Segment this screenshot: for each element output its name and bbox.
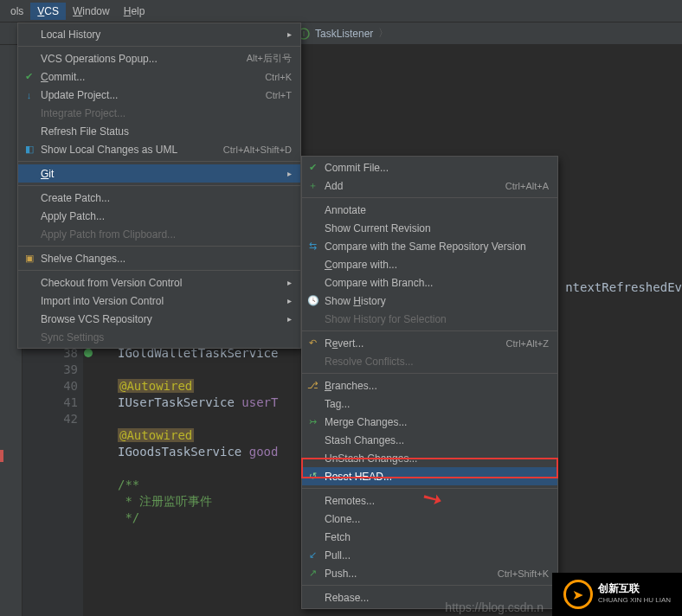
separator	[18, 185, 300, 186]
separator	[302, 373, 557, 374]
uml-icon: ◧	[23, 143, 35, 156]
menu-stash[interactable]: Stash Changes...	[302, 431, 557, 449]
menu-unstash[interactable]: UnStash Changes...	[302, 449, 557, 467]
watermark: https://blog.csdn.n	[445, 600, 544, 614]
error-marker	[0, 450, 3, 462]
separator	[302, 197, 557, 198]
menu-help[interactable]: Help	[117, 3, 152, 20]
comment: */	[118, 510, 139, 524]
line-number: 41	[23, 395, 78, 411]
shelve-icon: ▣	[23, 252, 35, 265]
menu-merge[interactable]: ↣Merge Changes...	[302, 413, 557, 431]
menu-create-patch[interactable]: Create Patch...	[18, 189, 300, 207]
git-submenu: ✔Commit File... ＋AddCtrl+Alt+A Annotate …	[301, 156, 558, 609]
merge-icon: ↣	[306, 415, 319, 428]
code-fragment: ntextRefreshedEv	[565, 280, 682, 294]
svg-point-6	[84, 349, 93, 357]
menu-compare-branch[interactable]: Compare with Branch...	[302, 273, 557, 292]
menu-import-vcs[interactable]: Import into Version Control▸	[18, 292, 300, 310]
branch-icon: ⎇	[306, 379, 319, 392]
comment: * 注册监听事件	[118, 494, 212, 508]
logo-circle-icon: ➤	[563, 580, 593, 609]
menu-commit[interactable]: ✔Commit...Ctrl+K	[18, 67, 300, 86]
compare-icon: ⇆	[306, 240, 319, 253]
commit-icon: ✔	[23, 70, 35, 83]
update-icon: ↓	[23, 88, 35, 101]
menu-annotate[interactable]: Annotate	[302, 201, 557, 219]
push-icon: ↗	[306, 567, 319, 580]
code-text: IGoodsTaskService good	[118, 445, 278, 459]
separator	[18, 270, 300, 271]
menu-window[interactable]: Window	[66, 3, 117, 20]
menu-vcs-ops-popup[interactable]: VCS Operations Popup...Alt+后引号	[18, 49, 300, 67]
svg-text:I: I	[303, 29, 306, 38]
separator	[18, 46, 300, 47]
commit-icon: ✔	[306, 161, 319, 174]
menu-apply-patch-clipboard: Apply Patch from Clipboard...	[18, 225, 300, 243]
menu-pull[interactable]: ↙Pull...	[302, 546, 557, 564]
menu-vcs[interactable]: VCS	[30, 3, 66, 20]
menu-revert[interactable]: ↶Revert...Ctrl+Alt+Z	[302, 334, 557, 352]
chevron-icon: 〉	[378, 26, 389, 41]
menu-bar: ols VCS Window Help	[0, 0, 682, 22]
menu-tag[interactable]: Tag...	[302, 395, 557, 413]
menu-refresh-status[interactable]: Refresh File Status	[18, 122, 300, 140]
menu-show-history[interactable]: 🕓Show History	[302, 292, 557, 310]
menu-show-history-selection: Show History for Selection	[302, 310, 557, 328]
menu-show-uml[interactable]: ◧Show Local Changes as UMLCtrl+Alt+Shift…	[18, 140, 300, 158]
menu-remotes[interactable]: Remotes...	[302, 491, 557, 510]
reset-icon: ↺	[306, 470, 319, 483]
menu-checkout-vcs[interactable]: Checkout from Version Control▸	[18, 273, 300, 292]
line-number: 42	[23, 411, 78, 427]
separator	[302, 330, 557, 331]
menu-commit-file[interactable]: ✔Commit File...	[302, 158, 557, 176]
separator	[18, 246, 300, 247]
separator	[302, 585, 557, 586]
brand-logo: ➤ 创新互联 CHUANG XIN HU LIAN	[552, 573, 682, 616]
line-number: 39	[23, 362, 78, 378]
menu-tools[interactable]: ols	[3, 3, 30, 20]
menu-compare-same-repo[interactable]: ⇆Compare with the Same Repository Versio…	[302, 237, 557, 255]
code-text: IUserTaskService userT	[118, 395, 278, 409]
menu-browse-vcs[interactable]: Browse VCS Repository▸	[18, 310, 300, 328]
vcs-dropdown: Local History▸ VCS Operations Popup...Al…	[17, 22, 301, 349]
vcs-change-icon	[83, 348, 93, 358]
menu-sync-settings: Sync Settings	[18, 328, 300, 346]
menu-clone[interactable]: Clone...	[302, 510, 557, 528]
add-icon: ＋	[306, 179, 319, 192]
annotation: @Autowired	[118, 379, 194, 393]
revert-icon: ↶	[306, 337, 319, 350]
menu-fetch[interactable]: Fetch	[302, 528, 557, 546]
comment: /**	[118, 478, 139, 491]
separator	[18, 161, 300, 162]
annotation: @Autowired	[118, 428, 194, 442]
menu-show-current-rev[interactable]: Show Current Revision	[302, 219, 557, 237]
menu-update-project[interactable]: ↓Update Project...Ctrl+T	[18, 86, 300, 104]
separator	[302, 488, 557, 489]
menu-branches[interactable]: ⎇Branches...	[302, 376, 557, 395]
menu-git-add[interactable]: ＋AddCtrl+Alt+A	[302, 176, 557, 195]
line-number: 40	[23, 378, 78, 395]
menu-git[interactable]: Git▸	[18, 164, 300, 183]
history-icon: 🕓	[306, 294, 319, 307]
menu-resolve-conflicts: Resolve Conflicts...	[302, 352, 557, 370]
menu-integrate-project: Integrate Project...	[18, 104, 300, 122]
menu-local-history[interactable]: Local History▸	[18, 25, 300, 43]
menu-apply-patch[interactable]: Apply Patch...	[18, 207, 300, 225]
menu-shelve-changes[interactable]: ▣Shelve Changes...	[18, 249, 300, 267]
menu-push[interactable]: ↗Push...Ctrl+Shift+K	[302, 564, 557, 582]
pull-icon: ↙	[306, 549, 319, 561]
breadcrumb-item[interactable]: TaskListener	[315, 28, 373, 40]
menu-compare-with[interactable]: Compare with...	[302, 255, 557, 273]
menu-reset-head[interactable]: ↺Reset HEAD...	[302, 467, 557, 485]
